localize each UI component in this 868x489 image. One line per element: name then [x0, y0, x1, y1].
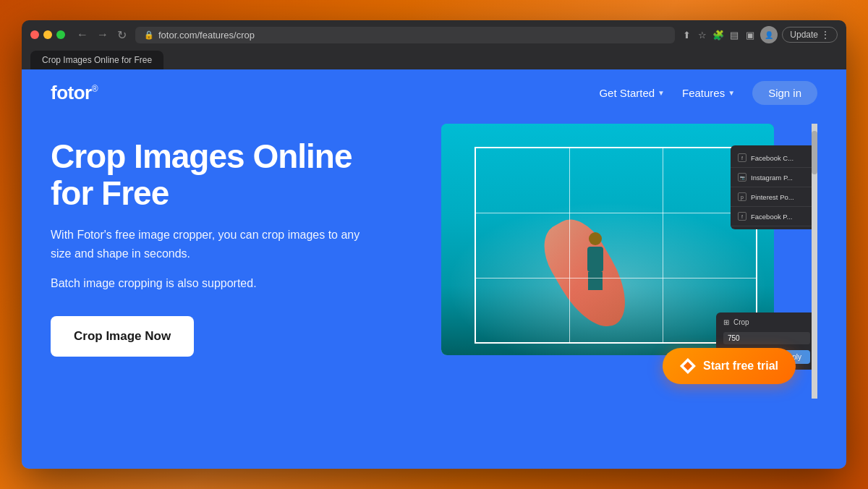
right-panel: f Facebook C... 📷 Instagram P... p Pinte…	[731, 145, 817, 229]
tab-groups-icon[interactable]: ▤	[728, 29, 740, 41]
panel-item-label-2: Instagram P...	[751, 174, 793, 182]
navbar: fotor® Get Started ▼ Features ▼ Sign in	[22, 69, 846, 116]
panel-item-label-4: Facebook P...	[751, 213, 792, 221]
traffic-lights	[30, 30, 65, 39]
hero-description: With Fotor's free image cropper, you can…	[51, 226, 369, 263]
crop-grid-v2	[663, 148, 663, 342]
hero-title-line2: for Free	[51, 174, 169, 212]
facebook2-icon: f	[738, 212, 746, 221]
crop-panel-header: ⊞ Crop	[723, 318, 810, 326]
panel-item-label-3: Pinterest Po...	[751, 193, 794, 201]
browser-actions: ⬆ ☆ 🧩 ▤ ▣ 👤 Update ⋮	[681, 26, 838, 43]
tab-title: Crop Images Online for Free	[42, 55, 152, 65]
crop-value: 750	[723, 332, 810, 344]
panel-list: f Facebook C... 📷 Instagram P... p Pinte…	[731, 145, 817, 229]
scrollbar[interactable]	[812, 124, 817, 399]
hero-section: Crop Images Online for Free With Fotor's…	[22, 116, 846, 469]
update-label: Update	[790, 30, 818, 40]
maximize-window-button[interactable]	[56, 30, 65, 39]
back-button[interactable]: ←	[74, 27, 91, 43]
panel-item-facebook2[interactable]: f Facebook P...	[731, 207, 817, 226]
minimize-window-button[interactable]	[43, 30, 52, 39]
panel-item-label-1: Facebook C...	[751, 154, 793, 162]
panel-item-facebook[interactable]: f Facebook C...	[731, 148, 817, 168]
share-icon[interactable]: ⬆	[681, 29, 692, 41]
logo[interactable]: fotor®	[51, 82, 98, 104]
hero-text: Crop Images Online for Free With Fotor's…	[51, 131, 412, 357]
crop-overlay	[475, 147, 757, 344]
extensions-icon[interactable]: 🧩	[712, 29, 724, 41]
start-free-trial-button[interactable]: Start free trial	[663, 348, 796, 384]
panel-item-instagram[interactable]: 📷 Instagram P...	[731, 168, 817, 187]
page-content: fotor® Get Started ▼ Features ▼ Sign in	[22, 69, 846, 469]
browser-top-bar: ← → ↻ 🔒 fotor.com/features/crop ⬆ ☆ 🧩 ▤ …	[30, 26, 838, 49]
logo-trademark: ®	[92, 84, 98, 94]
browser-tab-bar: Crop Images Online for Free	[30, 51, 838, 69]
get-started-label: Get Started	[599, 87, 655, 99]
panel-item-pinterest[interactable]: p Pinterest Po...	[731, 187, 817, 207]
get-started-chevron: ▼	[658, 89, 665, 97]
logo-text: fotor	[51, 82, 92, 103]
nav-buttons: ← → ↻	[74, 27, 129, 43]
update-button[interactable]: Update ⋮	[782, 27, 838, 43]
get-started-link[interactable]: Get Started ▼	[599, 87, 665, 99]
sign-in-button[interactable]: Sign in	[752, 81, 817, 105]
crop-image-now-button[interactable]: Crop Image Now	[51, 316, 194, 357]
diamond-icon	[680, 358, 696, 374]
update-chevron: ⋮	[821, 30, 830, 40]
avatar[interactable]: 👤	[760, 26, 778, 43]
facebook-icon: f	[738, 153, 746, 162]
refresh-button[interactable]: ↻	[114, 27, 129, 43]
product-screenshot: f Facebook C... 📷 Instagram P... p Pinte…	[441, 124, 817, 399]
browser-chrome: ← → ↻ 🔒 fotor.com/features/crop ⬆ ☆ 🧩 ▤ …	[22, 20, 846, 69]
crop-grid-v1	[569, 148, 570, 342]
trial-label: Start free trial	[703, 360, 778, 373]
address-bar[interactable]: 🔒 fotor.com/features/crop	[135, 27, 675, 43]
crop-grid-h1	[476, 213, 756, 213]
features-chevron: ▼	[728, 89, 735, 97]
features-label: Features	[682, 87, 725, 99]
lock-icon: 🔒	[144, 30, 154, 40]
hero-batch-text: Batch image cropping is also supported.	[51, 274, 412, 293]
hero-title: Crop Images Online for Free	[51, 138, 412, 211]
bookmark-icon[interactable]: ☆	[697, 29, 708, 41]
active-tab[interactable]: Crop Images Online for Free	[30, 51, 163, 69]
hero-image: f Facebook C... 📷 Instagram P... p Pinte…	[441, 124, 817, 399]
split-view-icon[interactable]: ▣	[744, 29, 756, 41]
close-window-button[interactable]	[30, 30, 39, 39]
crop-label: Crop	[733, 318, 749, 326]
crop-grid-h2	[476, 278, 756, 278]
pinterest-icon: p	[738, 192, 746, 201]
url-text: fotor.com/features/crop	[158, 30, 255, 41]
browser-window: ← → ↻ 🔒 fotor.com/features/crop ⬆ ☆ 🧩 ▤ …	[22, 20, 846, 469]
crop-icon: ⊞	[723, 318, 729, 326]
scrollbar-thumb[interactable]	[812, 131, 817, 174]
forward-button[interactable]: →	[94, 27, 111, 43]
features-link[interactable]: Features ▼	[682, 87, 735, 99]
diamond-inner	[684, 362, 692, 370]
hero-title-line1: Crop Images Online	[51, 137, 352, 175]
instagram-icon: 📷	[738, 173, 746, 182]
nav-links: Get Started ▼ Features ▼ Sign in	[599, 81, 817, 105]
